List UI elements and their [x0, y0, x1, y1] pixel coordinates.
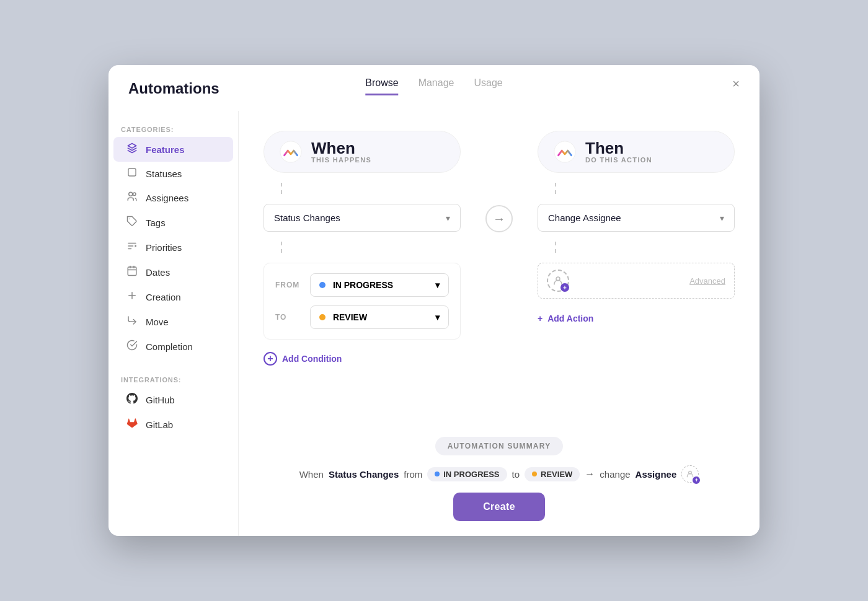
summary-review-badge: REVIEW: [525, 467, 580, 481]
summary-when-text: When: [299, 469, 324, 480]
summary-plus-badge: +: [693, 476, 700, 484]
categories-label: Categories:: [108, 121, 238, 137]
trigger-chevron-icon: ▾: [446, 213, 450, 223]
add-condition-plus-icon: +: [264, 352, 277, 366]
add-action-label: Add Action: [547, 314, 593, 323]
to-condition-row: TO REVIEW ▾: [275, 305, 449, 329]
clickup-logo-when: [279, 140, 303, 164]
summary-in-progress-dot: [435, 472, 440, 476]
summary-in-progress-text: IN PROGRESS: [443, 470, 499, 479]
add-action-plus-icon: +: [538, 314, 542, 323]
sidebar-item-statuses[interactable]: Statuses: [113, 162, 233, 185]
summary-text: When Status Changes from IN PROGRESS to …: [299, 465, 699, 483]
from-condition-row: FROM IN PROGRESS ▾: [275, 273, 449, 297]
conditions-box: FROM IN PROGRESS ▾ TO: [264, 263, 461, 340]
sidebar-item-dates-label: Dates: [146, 267, 170, 278]
move-icon: [126, 315, 138, 328]
sidebar-item-completion[interactable]: Completion: [113, 334, 233, 359]
svg-rect-0: [128, 169, 136, 176]
then-sub-label: Do This Action: [585, 156, 652, 164]
summary-trigger-text: Status Changes: [329, 469, 399, 480]
advanced-link[interactable]: Advanced: [689, 276, 725, 286]
from-status-text: IN PROGRESS: [333, 280, 393, 290]
to-status-dropdown[interactable]: REVIEW ▾: [310, 305, 449, 329]
sidebar-item-dates[interactable]: Dates: [113, 260, 233, 284]
svg-rect-5: [128, 267, 136, 276]
when-main-label: When: [311, 140, 371, 156]
sidebar-item-gitlab[interactable]: GitLab: [113, 412, 233, 437]
arrow-circle-icon: →: [485, 205, 513, 232]
features-icon: [126, 143, 138, 156]
to-status-dot: [319, 314, 326, 320]
completion-icon: [126, 340, 138, 353]
close-button[interactable]: ×: [732, 77, 740, 90]
action-dropdown[interactable]: Change Assignee ▾: [538, 204, 735, 232]
sidebar-item-github[interactable]: GitHub: [113, 387, 233, 412]
sidebar-item-creation-label: Creation: [146, 292, 181, 302]
sidebar-item-priorities-label: Priorities: [146, 242, 182, 253]
assignee-icon[interactable]: +: [547, 270, 569, 292]
tags-icon: [126, 216, 138, 229]
connector-line-4: [555, 242, 735, 253]
add-action-button[interactable]: + Add Action: [538, 314, 735, 323]
modal-header: Automations Browse Manage Usage ×: [108, 65, 760, 97]
summary-to-text: to: [512, 469, 520, 480]
sidebar-item-move[interactable]: Move: [113, 309, 233, 334]
summary-assignee-text: Assignee: [636, 469, 677, 480]
sidebar-item-features[interactable]: Features: [113, 137, 233, 162]
then-main-label: Then: [585, 140, 652, 156]
modal-body: Categories: Features Statuses: [108, 111, 760, 536]
to-chevron-icon: ▾: [435, 312, 440, 322]
from-status-content: IN PROGRESS: [319, 280, 393, 290]
sidebar-item-github-label: GitHub: [146, 395, 175, 405]
svg-point-12: [554, 141, 575, 162]
add-condition-button[interactable]: + Add Condition: [264, 352, 461, 366]
tab-manage[interactable]: Manage: [418, 77, 454, 95]
summary-arrow-icon: →: [585, 468, 595, 480]
sidebar-item-assignees[interactable]: Assignees: [113, 185, 233, 210]
add-condition-label: Add Condition: [282, 354, 342, 364]
sidebar-item-creation[interactable]: Creation: [113, 284, 233, 309]
tabs-container: Browse Manage Usage: [365, 77, 502, 95]
assignee-row: + Advanced: [538, 263, 735, 299]
sidebar-item-priorities[interactable]: Priorities: [113, 235, 233, 260]
summary-assignee-icon: +: [681, 465, 699, 483]
to-status-text: REVIEW: [333, 312, 367, 322]
when-header-text: When This Happens: [311, 140, 371, 164]
then-header-text: Then Do This Action: [585, 140, 652, 164]
svg-point-2: [133, 193, 136, 196]
svg-point-1: [129, 192, 133, 196]
when-column: When This Happens Status Changes ▾: [264, 131, 461, 366]
sidebar-item-gitlab-label: GitLab: [146, 419, 173, 430]
sidebar-item-statuses-label: Statuses: [146, 169, 182, 179]
statuses-icon: [126, 167, 138, 180]
from-status-dropdown[interactable]: IN PROGRESS ▾: [310, 273, 449, 297]
sidebar-item-tags[interactable]: Tags: [113, 210, 233, 235]
to-label: TO: [275, 313, 303, 322]
connector-line-3: [555, 183, 735, 194]
tab-usage[interactable]: Usage: [474, 77, 502, 95]
from-label: FROM: [275, 281, 303, 289]
clickup-logo-then: [553, 140, 577, 164]
create-button[interactable]: Create: [453, 493, 545, 521]
automations-modal: Automations Browse Manage Usage × Catego…: [108, 65, 760, 536]
trigger-selected-value: Status Changes: [274, 213, 340, 223]
then-header-card: Then Do This Action: [538, 131, 735, 173]
summary-change-text: change: [600, 469, 630, 480]
creation-icon: [126, 290, 138, 304]
assignee-plus-badge: +: [560, 283, 569, 292]
integrations-label: Integrations:: [108, 371, 238, 387]
svg-marker-4: [135, 245, 137, 248]
svg-point-11: [280, 141, 301, 162]
modal-title: Automations: [128, 80, 219, 97]
sidebar-item-features-label: Features: [146, 144, 185, 155]
summary-from-text: from: [404, 469, 422, 480]
sidebar-item-move-label: Move: [146, 317, 169, 327]
dates-icon: [126, 265, 138, 279]
tab-browse[interactable]: Browse: [365, 77, 398, 95]
connector-line-2: [281, 242, 461, 253]
summary-review-text: REVIEW: [541, 470, 572, 479]
sidebar-item-tags-label: Tags: [146, 217, 166, 228]
trigger-dropdown[interactable]: Status Changes ▾: [264, 204, 461, 232]
summary-review-dot: [532, 472, 537, 476]
